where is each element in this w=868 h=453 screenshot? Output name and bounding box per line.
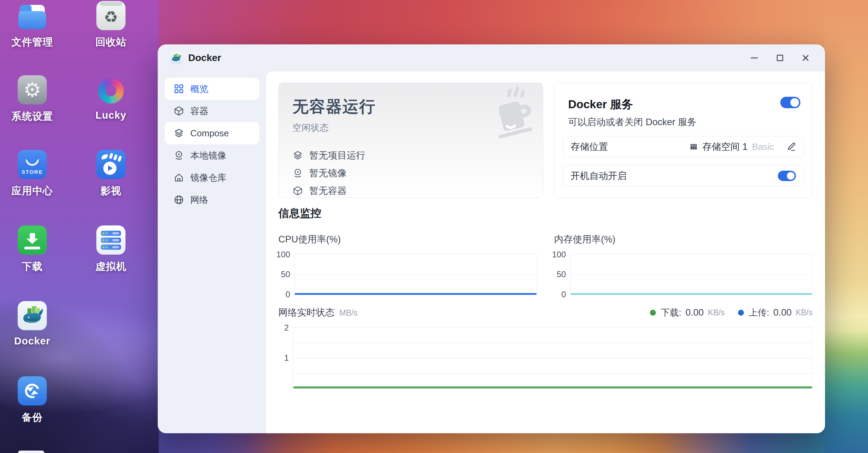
sidebar: 概览 容器 Compose 本地镜像 bbox=[158, 71, 266, 433]
gear-icon: ⚙ bbox=[18, 75, 47, 104]
download-rate-line bbox=[293, 386, 812, 388]
network-plot-area bbox=[293, 327, 813, 388]
memory-usage-line bbox=[571, 293, 813, 295]
overview-item-images: 暂无镜像 bbox=[293, 167, 529, 179]
titlebar: Docker bbox=[158, 44, 825, 71]
desktop-shortcut-backup[interactable]: 备份 bbox=[5, 376, 60, 425]
cpu-y-axis: 100500 bbox=[278, 254, 294, 294]
monitor-heading: 信息监控 bbox=[278, 206, 813, 221]
sync-arrows-icon bbox=[18, 376, 47, 405]
desktop-shortcut-partial[interactable] bbox=[18, 451, 44, 453]
server-stack-icon bbox=[96, 225, 125, 255]
docker-window: Docker 概览 bbox=[158, 44, 825, 433]
autostart-toggle[interactable] bbox=[778, 171, 796, 181]
desktop-shortcut-app-center[interactable]: STORE 应用中心 bbox=[5, 150, 60, 198]
storage-location-value: 存储空间 1 bbox=[702, 140, 748, 153]
home-icon bbox=[174, 172, 184, 183]
sidebar-item-label: 本地镜像 bbox=[190, 149, 226, 162]
network-chart-title: 网络实时状态 bbox=[278, 306, 335, 319]
upload-legend-dot bbox=[738, 310, 744, 316]
grid-icon bbox=[174, 84, 184, 94]
cube-icon bbox=[293, 186, 303, 196]
desktop-shortcut-system-settings[interactable]: ⚙ 系统设置 bbox=[5, 75, 60, 123]
desktop-shortcut-file-manager[interactable]: 文件管理 bbox=[5, 1, 60, 49]
storage-location-row: 存储位置 存储空间 1 Basic bbox=[563, 136, 804, 157]
cpu-chart-title: CPU使用率(%) bbox=[278, 233, 537, 246]
desktop-shortcut-vm[interactable]: 虚拟机 bbox=[83, 225, 139, 274]
layers-icon bbox=[293, 150, 303, 161]
sidebar-item-label: 概览 bbox=[190, 83, 208, 95]
storage-volume-icon bbox=[689, 143, 698, 151]
sidebar-item-label: 容器 bbox=[190, 105, 208, 117]
service-title: Docker 服务 bbox=[568, 97, 697, 112]
docker-service-toggle[interactable] bbox=[780, 97, 800, 108]
sidebar-item-label: 网络 bbox=[190, 194, 208, 206]
memory-chart-title: 内存使用率(%) bbox=[554, 233, 813, 246]
storage-location-label: 存储位置 bbox=[571, 140, 608, 153]
docker-app-icon bbox=[170, 51, 183, 65]
network-y-axis: 21 bbox=[278, 327, 293, 388]
download-legend-dot bbox=[650, 310, 656, 316]
sidebar-item-network[interactable]: 网络 bbox=[165, 189, 259, 211]
cpu-plot-area bbox=[294, 254, 537, 294]
sidebar-item-compose[interactable]: Compose bbox=[165, 122, 259, 144]
overview-item-containers: 暂无容器 bbox=[293, 185, 529, 197]
desktop-shortcut-label: 应用中心 bbox=[5, 184, 60, 198]
wallpaper-right-band bbox=[824, 0, 868, 453]
cube-icon bbox=[174, 106, 184, 116]
desktop-shortcut-recycle-bin[interactable]: ♻ 回收站 bbox=[83, 1, 139, 49]
lucky-swirl-icon bbox=[96, 75, 125, 104]
maximize-button[interactable] bbox=[772, 50, 788, 66]
file-manager-icon bbox=[18, 1, 47, 30]
recycle-bin-icon: ♻ bbox=[96, 1, 125, 30]
layers-icon bbox=[174, 128, 184, 138]
autostart-label: 开机自动开启 bbox=[571, 170, 627, 182]
network-chart: 21 bbox=[278, 327, 813, 388]
desktop-shortcut-label: 虚拟机 bbox=[83, 260, 139, 274]
overview-item-projects: 暂无项目运行 bbox=[293, 149, 529, 162]
main-content: 无容器运行 空闲状态 暂无项目运行 bbox=[266, 71, 825, 433]
storage-type-badge: Basic bbox=[752, 142, 774, 152]
desktop: 文件管理 ♻ 回收站 ⚙ 系统设置 Lucky STORE 应用中心 影视 bbox=[0, 0, 868, 453]
desktop-shortcut-label: 系统设置 bbox=[5, 110, 60, 123]
overview-card: 无容器运行 空闲状态 暂无项目运行 bbox=[278, 83, 543, 198]
minimize-button[interactable] bbox=[747, 50, 762, 66]
memory-chart: 内存使用率(%) 100500 bbox=[554, 233, 813, 294]
network-chart-unit: MB/s bbox=[339, 308, 357, 318]
pencil-icon bbox=[786, 142, 796, 152]
disc-icon bbox=[293, 168, 303, 178]
edit-storage-button[interactable] bbox=[786, 142, 796, 152]
autostart-row: 开机自动开启 bbox=[563, 165, 804, 187]
desktop-shortcut-docker[interactable]: Docker bbox=[5, 301, 60, 347]
desktop-shortcut-label: 下载 bbox=[5, 260, 60, 274]
sidebar-item-containers[interactable]: 容器 bbox=[165, 100, 259, 122]
window-title: Docker bbox=[188, 52, 221, 63]
memory-y-axis: 100500 bbox=[554, 254, 570, 294]
sidebar-item-registry[interactable]: 镜像仓库 bbox=[165, 166, 259, 189]
desktop-shortcut-download[interactable]: 下载 bbox=[5, 225, 60, 274]
desktop-shortcut-label: 备份 bbox=[5, 411, 60, 425]
desktop-shortcut-label: Lucky bbox=[83, 110, 139, 121]
store-bag-icon: STORE bbox=[18, 150, 47, 179]
memory-plot-area bbox=[570, 254, 813, 294]
desktop-shortcut-label: 回收站 bbox=[83, 35, 139, 49]
network-legend: 下载: 0.00 KB/s 上传: 0.00 KB/s bbox=[650, 307, 813, 319]
desktop-shortcut-label: 文件管理 bbox=[5, 35, 60, 49]
cpu-chart: CPU使用率(%) 100500 bbox=[278, 233, 537, 294]
sidebar-item-local-images[interactable]: 本地镜像 bbox=[165, 144, 259, 166]
docker-service-card: Docker 服务 可以启动或者关闭 Docker 服务 存储位置 bbox=[554, 83, 813, 198]
desktop-shortcut-video[interactable]: 影视 bbox=[83, 150, 139, 198]
sidebar-item-label: Compose bbox=[190, 128, 229, 139]
disc-icon bbox=[174, 150, 184, 161]
desktop-shortcut-label: Docker bbox=[5, 335, 60, 347]
sidebar-item-label: 镜像仓库 bbox=[190, 172, 226, 184]
coffee-cup-illustration bbox=[477, 86, 537, 142]
video-player-icon bbox=[96, 150, 125, 179]
download-arrow-icon bbox=[18, 225, 47, 255]
close-button[interactable] bbox=[798, 50, 813, 66]
desktop-shortcut-lucky[interactable]: Lucky bbox=[83, 75, 139, 121]
sidebar-item-overview[interactable]: 概览 bbox=[165, 78, 259, 100]
docker-whale-icon bbox=[18, 301, 47, 330]
cpu-usage-line bbox=[295, 293, 537, 295]
store-badge-text: STORE bbox=[21, 169, 43, 175]
